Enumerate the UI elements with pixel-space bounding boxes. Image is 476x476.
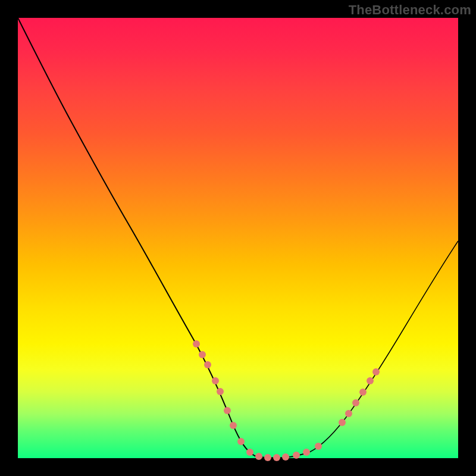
marker-dot bbox=[273, 454, 280, 461]
marker-dot bbox=[217, 388, 224, 395]
marker-dot bbox=[224, 407, 231, 414]
marker-dot bbox=[193, 340, 200, 347]
curve-svg bbox=[18, 18, 458, 458]
watermark-text: TheBottleneck.com bbox=[349, 2, 471, 18]
marker-dot bbox=[204, 361, 211, 368]
marker-dot bbox=[237, 438, 245, 445]
marker-dot bbox=[315, 443, 322, 450]
marker-dot bbox=[367, 377, 374, 384]
marker-dot bbox=[264, 454, 271, 461]
marker-dot bbox=[199, 351, 206, 358]
marker-dot bbox=[339, 419, 346, 426]
marker-dot bbox=[345, 410, 352, 417]
marker-dot bbox=[293, 452, 300, 459]
chart-frame: TheBottleneck.com bbox=[0, 0, 476, 476]
marker-dot bbox=[255, 453, 262, 460]
marker-dot bbox=[246, 449, 253, 456]
curve-right bbox=[309, 241, 458, 452]
marker-dot bbox=[282, 453, 289, 461]
marker-dot bbox=[303, 449, 310, 456]
marker-dot bbox=[230, 422, 237, 429]
plot-area bbox=[18, 18, 458, 458]
marker-dot bbox=[352, 399, 359, 406]
marker-dot bbox=[212, 377, 219, 384]
marker-dot bbox=[372, 368, 380, 375]
marker-dot bbox=[359, 389, 367, 396]
